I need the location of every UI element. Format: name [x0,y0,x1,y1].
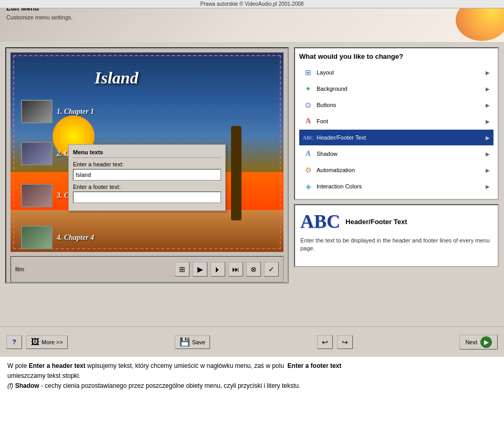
more-button[interactable]: 🖼 More >> [26,335,68,349]
chapter-4-item: 4. Chapter 4 [21,226,94,249]
app-ui: Prawa autorskie © VideoAudio.pl 2001-200… [0,0,504,357]
change-panel: What would you like to change? ⊞ Layout … [294,47,499,200]
dvd-preview: Island 1. Chapter 1 2. Chapter 2 [10,52,284,252]
interaction-icon: ◈ [303,181,313,192]
info-icon-area: ABC Header/Footer Text [300,210,492,232]
shadow-arrow: ▶ [486,151,490,157]
change-panel-title: What would you like to change? [299,52,494,60]
toolbar-label: film [15,266,24,272]
font-arrow: ▶ [486,119,490,124]
background-arrow: ▶ [486,86,490,92]
bold-header-text: Enter a header text [29,362,86,369]
desc-line-3: (f) Shadow - cechy cienia pozostawianego… [7,381,497,391]
chapter-4-label: 4. Chapter 4 [57,234,94,242]
shadow-ref: (f) [7,382,13,389]
chapter-1-item: 1. Chapter 1 [21,100,94,123]
bottom-bar: ? 🖼 More >> 💾 Save ↩ ↪ Next ▶ [0,326,504,357]
toolbar-btn-2[interactable]: ▶ [193,262,207,277]
background-label: Background [317,86,486,92]
bold-footer-text: Enter a footer text [288,362,342,369]
buttons-arrow: ▶ [486,102,490,108]
app-container: Prawa autorskie © VideoAudio.pl 2001-200… [0,0,504,423]
font-label: Font [317,118,486,124]
menu-texts-popup: Menu texts Enter a header text: Enter a … [68,144,226,211]
layout-label: Layout [317,69,486,76]
preview-toolbar: film ⊞ ▶ ⏵ ⏭ ⊗ ✓ [10,256,284,282]
info-panel: ABC Header/Footer Text Enter the text to… [294,204,499,267]
info-description: Enter the text to be displayed in the he… [300,237,492,253]
right-panel: What would you like to change? ⊞ Layout … [294,47,499,320]
menu-item-background[interactable]: ✦ Background ▶ [299,81,494,97]
header-footer-arrow: ▶ [486,135,490,141]
header-text-label: Enter a header text: [73,161,221,167]
toolbar-btn-5[interactable]: ⊗ [246,262,261,277]
menu-item-automatization[interactable]: ⚙ Automatization ▶ [299,162,494,178]
next-button[interactable]: Next ▶ [459,335,498,350]
save-button[interactable]: 💾 Save [175,335,210,349]
automatization-icon: ⚙ [303,165,313,175]
shadow-label: Shadow [317,151,486,157]
left-panel: Island 1. Chapter 1 2. Chapter 2 [5,47,289,320]
header-text-input[interactable] [73,169,221,181]
buttons-icon: ⊙ [303,100,313,110]
menu-item-header-footer[interactable]: ABC Header/Footer Text ▶ [299,130,494,145]
toolbar-btn-1[interactable]: ⊞ [175,262,190,277]
font-icon: A [303,116,313,126]
menu-item-interaction[interactable]: ◈ Interaction Colors ▶ [299,178,494,194]
popup-title: Menu texts [73,149,221,158]
menu-item-font[interactable]: A Font ▶ [299,113,494,129]
info-abc-icon: ABC [300,210,340,232]
footer-text-input[interactable] [73,192,221,203]
help-button[interactable]: ? [6,335,22,349]
automatization-label: Automatization [317,167,486,173]
menu-item-shadow[interactable]: A Shadow ▶ [299,146,494,162]
desc-line-1: W pole Enter a header text wpisujemy tek… [7,361,497,371]
chapter-1-label: 1. Chapter 1 [57,108,94,116]
interaction-label: Interaction Colors [317,183,486,189]
chapter-2-thumb [21,142,52,165]
palm-tree [231,126,242,220]
bold-shadow: Shadow [15,382,39,389]
interaction-arrow: ▶ [486,184,490,189]
menu-item-buttons[interactable]: ⊙ Buttons ▶ [299,97,494,113]
banner-subtitle: Customize menu settings. [6,14,456,20]
redo-button[interactable]: ↪ [337,335,353,349]
background-icon: ✦ [303,83,313,94]
watermark: Prawa autorskie © VideoAudio.pl 2001-200… [0,0,504,8]
dvd-menu-title: Island [94,68,139,88]
preview-window: Island 1. Chapter 1 2. Chapter 2 [5,47,289,283]
toolbar-btn-6[interactable]: ✓ [264,262,279,277]
layout-icon: ⊞ [303,67,313,78]
desc-line-2: umieszczamy tekst stopki. [7,371,497,381]
toolbar-btn-4[interactable]: ⏭ [228,262,243,277]
footer-text-label: Enter a footer text: [73,184,221,190]
toolbar-btn-3[interactable]: ⏵ [211,262,225,277]
shadow-icon: A [303,149,313,159]
chapter-3-thumb [21,184,52,207]
layout-arrow: ▶ [486,70,490,76]
menu-item-layout[interactable]: ⊞ Layout ▶ [299,65,494,80]
dvd-preview-inner: Island 1. Chapter 1 2. Chapter 2 [10,52,284,252]
info-title: Header/Footer Text [345,218,407,226]
header-footer-label: Header/Footer Text [317,134,486,141]
buttons-label: Buttons [317,102,486,108]
undo-button[interactable]: ↩ [317,335,333,349]
next-arrow-icon: ▶ [480,336,492,348]
header-footer-icon: ABC [303,132,313,143]
automatization-arrow: ▶ [486,167,490,173]
description-area: W pole Enter a header text wpisujemy tek… [0,357,504,423]
chapter-1-thumb [21,100,52,123]
content-area: Island 1. Chapter 1 2. Chapter 2 [0,42,504,325]
chapter-4-thumb [21,226,52,249]
